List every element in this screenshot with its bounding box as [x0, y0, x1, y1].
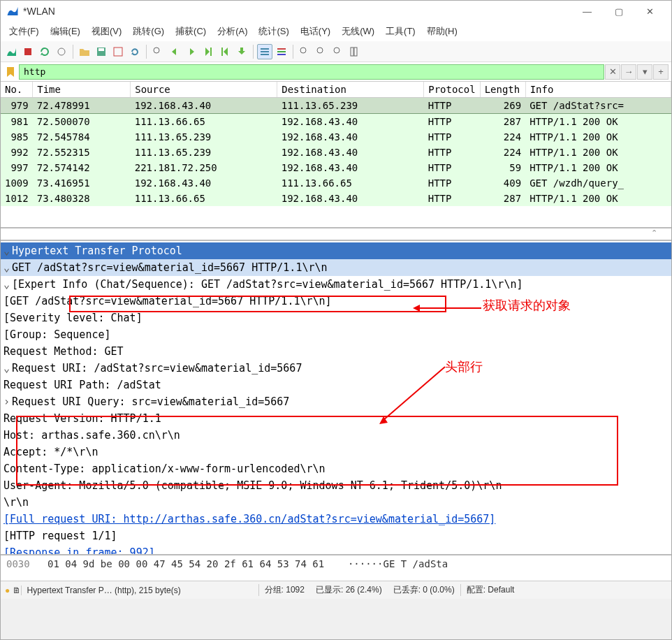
svg-point-6 [154, 48, 159, 53]
start-capture-icon[interactable] [3, 44, 19, 59]
table-row[interactable]: 99772.574142221.181.72.250192.168.43.40H… [1, 160, 671, 175]
annotation-box-1 [69, 296, 446, 312]
table-row[interactable]: 100973.416951192.168.43.40111.13.66.65HT… [1, 175, 671, 191]
close-file-icon[interactable] [110, 44, 126, 59]
caret-icon[interactable]: ⌄ [3, 276, 12, 293]
svg-point-15 [300, 48, 306, 53]
full-uri-link[interactable]: [Full request URI: http://arthas.safe.36… [3, 513, 495, 525]
severity: [Severity level: Chat] [3, 312, 143, 324]
status-shown: 已显示: 26 (2.4%) [310, 584, 388, 596]
svg-rect-5 [114, 48, 122, 56]
crlf: \r\n [3, 496, 29, 509]
goto-last-icon[interactable] [234, 44, 249, 59]
menu-stats[interactable]: 统计(S) [253, 23, 294, 40]
expert-indicator-icon[interactable]: ● [5, 586, 10, 595]
add-filter-icon[interactable]: + [653, 64, 669, 80]
col-dest[interactable]: Destination [277, 82, 424, 98]
colorize-icon[interactable] [274, 44, 289, 59]
hex-pane[interactable]: 0030 01 04 9d be 00 00 47 45 54 20 2f 61… [1, 555, 671, 581]
caret-icon[interactable]: ⌄ [3, 360, 12, 377]
minimize-button[interactable]: — [571, 1, 603, 21]
bookmark-icon[interactable] [3, 65, 17, 79]
status-bar: ● 🗎 Hypertext Transfer P… (http), 215 by… [1, 581, 671, 599]
arrow-icon [378, 365, 448, 428]
close-button[interactable]: ✕ [634, 1, 666, 21]
reload-icon[interactable] [127, 44, 143, 59]
menu-capture[interactable]: 捕获(C) [170, 23, 212, 40]
svg-rect-0 [24, 48, 31, 55]
menu-file[interactable]: 文件(F) [3, 23, 45, 40]
get-line: GET /adStat?src=view&material_id=5667 HT… [12, 261, 328, 274]
status-profile[interactable]: 配置: Default [460, 584, 520, 596]
col-no[interactable]: No. [1, 82, 33, 98]
svg-rect-19 [354, 48, 357, 56]
menu-edit[interactable]: 编辑(E) [45, 23, 86, 40]
toolbar [1, 41, 671, 62]
resize-columns-icon[interactable] [347, 44, 363, 59]
table-row[interactable]: 99272.552315111.13.65.239192.168.43.40HT… [1, 145, 671, 160]
request-uri: Request URI: /adStat?src=view&material_i… [12, 362, 302, 374]
svg-rect-10 [261, 51, 269, 52]
go-forward-icon[interactable] [184, 44, 199, 59]
caret-icon[interactable]: ⌄ [3, 259, 12, 276]
menu-wireless[interactable]: 无线(W) [336, 23, 380, 40]
col-len[interactable]: Length [480, 82, 525, 98]
goto-hint: ⌃ [1, 228, 671, 241]
table-row[interactable]: 97972.478991192.168.43.40111.13.65.239HT… [1, 98, 671, 114]
wireshark-icon [6, 5, 19, 17]
annotation-label-2: 头部行 [445, 357, 483, 377]
go-back-icon[interactable] [167, 44, 182, 59]
open-file-icon[interactable] [77, 44, 92, 59]
annotation-label-1: 获取请求的对象 [483, 296, 571, 316]
capture-options-icon[interactable] [54, 44, 69, 59]
col-source[interactable]: Source [131, 82, 277, 98]
svg-point-16 [317, 48, 323, 53]
goto-packet-icon[interactable] [200, 44, 216, 59]
table-row[interactable]: 98572.545784111.13.65.239192.168.43.40HT… [1, 129, 671, 145]
request-number: [HTTP request 1/1] [3, 530, 117, 542]
annotation-box-2 [16, 416, 618, 486]
zoom-reset-icon[interactable] [330, 44, 346, 59]
menu-telephony[interactable]: 电话(Y) [295, 23, 336, 40]
packet-details[interactable]: ⌄Hypertext Transfer Protocol ⌄GET /adSta… [1, 241, 671, 555]
table-row[interactable]: 101273.480328111.13.66.65192.168.43.40HT… [1, 191, 671, 206]
capture-file-icon[interactable]: 🗎 [13, 586, 21, 595]
col-proto[interactable]: Protocol [424, 82, 480, 98]
packet-list[interactable]: No. Time Source Destination Protocol Len… [1, 82, 671, 228]
hex-ascii: ······GE T /adSta [348, 558, 448, 569]
auto-scroll-icon[interactable] [257, 44, 272, 59]
caret-icon[interactable]: ⌄ [3, 242, 12, 259]
menu-tools[interactable]: 工具(T) [380, 23, 421, 40]
save-file-icon[interactable] [94, 44, 109, 59]
response-frame-link[interactable]: [Response in frame: 992] [3, 546, 155, 555]
filter-history-icon[interactable]: ▾ [637, 64, 652, 80]
zoom-out-icon[interactable] [314, 44, 329, 59]
svg-rect-7 [210, 48, 212, 56]
zoom-in-icon[interactable] [297, 44, 312, 59]
menu-view[interactable]: 视图(V) [86, 23, 127, 40]
svg-point-1 [58, 48, 65, 55]
restart-capture-icon[interactable] [37, 44, 52, 59]
menu-go[interactable]: 跳转(G) [127, 23, 170, 40]
find-icon[interactable] [150, 44, 166, 59]
col-time[interactable]: Time [33, 82, 131, 98]
goto-first-icon[interactable] [217, 44, 233, 59]
group: [Group: Sequence] [3, 328, 111, 341]
uri-query: Request URI Query: src=view&material_id=… [12, 395, 289, 408]
stop-capture-icon[interactable] [20, 44, 36, 59]
maximize-button[interactable]: ▢ [603, 1, 634, 21]
caret-icon[interactable]: › [3, 393, 12, 410]
menu-analyze[interactable]: 分析(A) [212, 23, 253, 40]
menu-help[interactable]: 帮助(H) [421, 23, 463, 40]
proto-name: Hypertext Transfer Protocol [12, 245, 182, 257]
apply-filter-icon[interactable]: → [621, 64, 636, 80]
svg-rect-9 [261, 48, 269, 50]
filter-bar: ✕ → ▾ + [1, 62, 671, 82]
clear-filter-icon[interactable]: ✕ [605, 64, 620, 80]
svg-rect-12 [277, 48, 286, 50]
col-info[interactable]: Info [525, 82, 671, 98]
status-groups: 分组: 1092 [258, 584, 310, 596]
display-filter-input[interactable] [19, 64, 604, 80]
svg-rect-14 [277, 54, 286, 55]
table-row[interactable]: 98172.500070111.13.66.65192.168.43.40HTT… [1, 114, 671, 130]
